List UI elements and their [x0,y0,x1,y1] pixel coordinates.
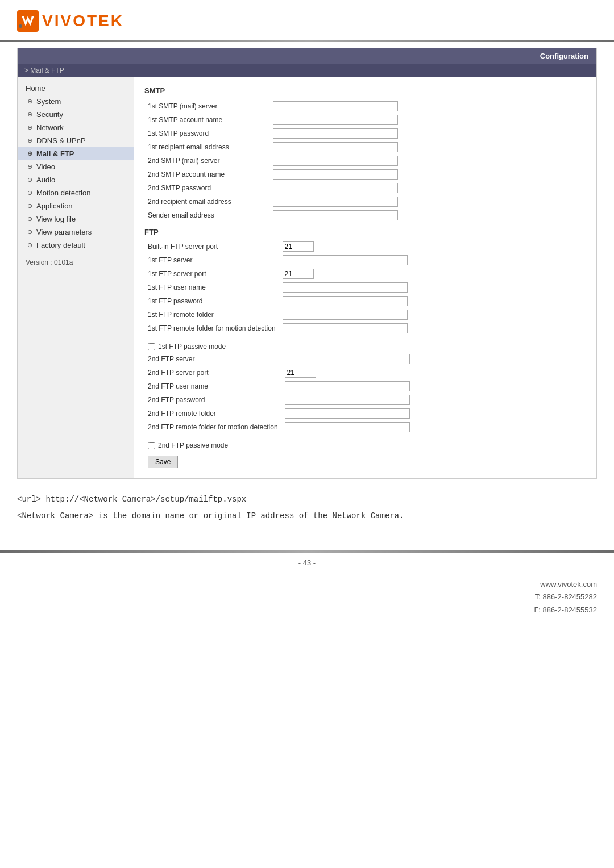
video-label: Video [36,162,55,171]
security-icon: ⊕ [26,111,34,119]
sidebar-item-view-log[interactable]: ⊕ View log file [18,212,134,226]
ftp-field-label-6: 1st FTP remote folder for motion detecti… [144,322,279,335]
table-row: 2nd FTP user name [144,379,586,393]
sidebar-item-network[interactable]: ⊕ Network [18,121,134,134]
footer-contact: www.vivotek.com T: 886-2-82455282 F: 886… [0,573,614,627]
ftp-form-table: Built-in FTP server port 1st FTP server … [144,240,586,335]
sidebar-item-security[interactable]: ⊕ Security [18,108,134,121]
url-text-content: <url> http://<Network Camera>/setup/mail… [17,495,246,504]
ftp2-field-label-0: 2nd FTP server [144,352,281,366]
table-row: 2nd recipient email address [144,195,586,208]
sidebar-item-video[interactable]: ⊕ Video [18,160,134,173]
sidebar-item-system[interactable]: ⊕ System [18,95,134,108]
bottom-content: <url> http://<Network Camera>/setup/mail… [0,485,614,528]
svg-point-2 [19,24,22,28]
ftp2-field-cell-0 [281,352,586,366]
smtp-field-cell-3 [269,140,586,154]
smtp-form-table: 1st SMTP (mail) server 1st SMTP account … [144,99,586,222]
ftp1-passive-checkbox[interactable] [148,343,155,350]
mail-ftp-icon: ⊕ [26,150,34,158]
smtp-field-cell-7 [269,195,586,208]
ftp-field-cell-1 [279,253,586,267]
sidebar-item-view-params[interactable]: ⊕ View parameters [18,226,134,239]
ftp2-field-label-3: 2nd FTP password [144,393,281,407]
ftp2-field-cell-3 [281,393,586,407]
ftp-remote-folder-motion-1[interactable] [283,323,408,333]
ftp-port-1[interactable] [283,269,314,279]
sidebar-item-mail-ftp[interactable]: ⊕ Mail & FTP [18,147,134,160]
config-header-text: Configuration [540,52,588,60]
layout: Home ⊕ System ⊕ Security ⊕ Network ⊕ DDN… [18,77,596,478]
factory-default-label: Factory default [36,241,85,249]
ftp-field-cell-6 [279,322,586,335]
table-row: 1st FTP remote folder for motion detecti… [144,322,586,335]
smtp-input-7[interactable] [273,197,398,207]
table-row: 1st FTP user name [144,281,586,294]
ftp-field-label-1: 1st FTP server [144,253,279,267]
smtp-input-2[interactable] [273,128,398,139]
table-row: 2nd FTP remote folder [144,407,586,420]
network-icon: ⊕ [26,124,34,132]
smtp-input-0[interactable] [273,101,398,111]
ftp-password-1[interactable] [283,296,408,306]
ftp-field-label-2: 1st FTP server port [144,267,279,281]
ftp-field-cell-0 [279,240,586,253]
sidebar-item-ddns[interactable]: ⊕ DDNS & UPnP [18,134,134,147]
url-text: <url> http://<Network Camera>/setup/mail… [17,495,597,504]
ftp-title-text: FTP [144,228,159,236]
breadcrumb-bar: > Mail & FTP [18,64,596,77]
header: VIVOTEK [0,0,614,40]
table-row: 1st recipient email address [144,140,586,154]
ftp-username-2[interactable] [285,381,410,391]
config-header: Configuration [18,48,596,64]
save-button[interactable]: Save [148,456,178,468]
table-row: 2nd SMTP account name [144,168,586,181]
security-label: Security [36,110,63,119]
ftp-section-title: FTP [144,228,586,236]
factory-default-icon: ⊕ [26,241,34,249]
sidebar-item-factory-default[interactable]: ⊕ Factory default [18,239,134,252]
smtp-input-5[interactable] [273,169,398,180]
smtp-field-label-4: 2nd SMTP (mail) server [144,154,269,168]
smtp-input-6[interactable] [273,183,398,193]
sidebar-item-application[interactable]: ⊕ Application [18,199,134,212]
ftp-field-label-4: 1st FTP password [144,294,279,308]
smtp-field-cell-1 [269,113,586,127]
smtp-field-label-0: 1st SMTP (mail) server [144,99,269,113]
table-row: 1st FTP password [144,294,586,308]
ftp2-passive-checkbox[interactable] [148,442,155,449]
network-label: Network [36,123,64,132]
smtp-field-label-3: 1st recipient email address [144,140,269,154]
sidebar-item-audio[interactable]: ⊕ Audio [18,173,134,186]
sidebar-item-home[interactable]: Home [18,82,134,95]
motion-icon: ⊕ [26,189,34,197]
smtp-input-3[interactable] [273,142,398,152]
ftp-field-label-0: Built-in FTP server port [144,240,279,253]
table-row: 2nd FTP remote folder for motion detecti… [144,420,586,434]
ftp-remote-folder-2[interactable] [285,408,410,419]
ftp-port-builtin[interactable] [283,241,314,252]
sidebar: Home ⊕ System ⊕ Security ⊕ Network ⊕ DDN… [18,77,134,478]
application-icon: ⊕ [26,202,34,210]
smtp-input-8[interactable] [273,210,398,220]
description-text-content: <Network Camera> is the domain name or o… [17,511,404,520]
ftp-remote-folder-motion-2[interactable] [285,422,410,432]
smtp-input-4[interactable] [273,156,398,166]
ftp-password-2[interactable] [285,395,410,405]
ftp-field-cell-2 [279,267,586,281]
smtp-input-1[interactable] [273,115,398,125]
audio-icon: ⊕ [26,176,34,184]
mail-ftp-label: Mail & FTP [36,149,74,158]
ftp-remote-folder-1[interactable] [283,310,408,320]
ftp2-passive-row: 2nd FTP passive mode [144,440,586,451]
ftp-server-2[interactable] [285,354,410,364]
ftp-username-1[interactable] [283,282,408,293]
home-label: Home [26,84,45,93]
smtp-field-label-8: Sender email address [144,208,269,222]
ftp-field-cell-4 [279,294,586,308]
sidebar-item-motion-detection[interactable]: ⊕ Motion detection [18,186,134,199]
ftp1-passive-label: 1st FTP passive mode [158,343,226,350]
smtp-field-cell-8 [269,208,586,222]
ftp-port-2[interactable] [285,368,316,378]
ftp-server-1[interactable] [283,255,408,265]
